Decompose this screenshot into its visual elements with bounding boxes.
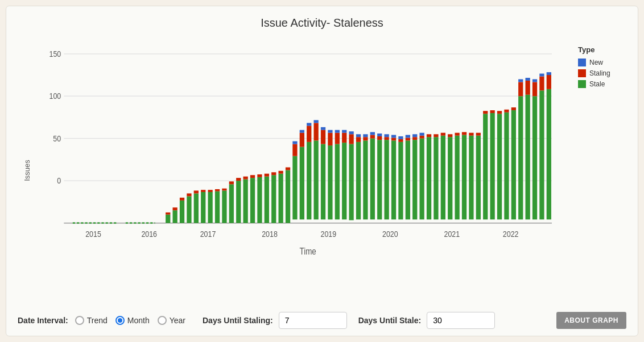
svg-text:Time: Time xyxy=(300,247,316,256)
svg-rect-109 xyxy=(441,136,445,220)
svg-rect-98 xyxy=(406,135,410,137)
svg-rect-49 xyxy=(292,144,297,156)
svg-rect-29 xyxy=(222,189,226,191)
svg-rect-52 xyxy=(300,133,304,147)
bars-2017 xyxy=(166,189,226,223)
svg-rect-102 xyxy=(420,139,424,220)
svg-rect-140 xyxy=(539,90,544,219)
svg-rect-67 xyxy=(335,133,340,144)
date-interval-label: Date Interval: xyxy=(18,316,68,325)
legend-item-new: New xyxy=(578,59,621,66)
svg-rect-54 xyxy=(307,142,311,219)
svg-text:2018: 2018 xyxy=(262,230,278,239)
radio-circle-trend[interactable] xyxy=(75,316,84,325)
radio-year[interactable]: Year xyxy=(158,316,185,325)
svg-rect-25 xyxy=(208,190,213,192)
svg-rect-79 xyxy=(363,137,368,140)
svg-rect-130 xyxy=(511,107,516,110)
svg-rect-73 xyxy=(349,134,354,144)
svg-rect-116 xyxy=(462,132,467,135)
svg-rect-132 xyxy=(518,82,523,96)
svg-rect-78 xyxy=(363,140,368,219)
svg-rect-123 xyxy=(490,113,495,219)
svg-rect-48 xyxy=(292,156,297,220)
legend-color-new xyxy=(578,59,586,66)
svg-rect-97 xyxy=(406,137,410,140)
svg-rect-134 xyxy=(526,95,530,220)
about-graph-button[interactable]: ABOUT GRAPH xyxy=(556,312,626,329)
svg-rect-145 xyxy=(547,72,551,75)
svg-rect-18 xyxy=(187,196,191,223)
svg-rect-68 xyxy=(335,130,340,133)
svg-rect-33 xyxy=(236,178,241,181)
svg-rect-107 xyxy=(434,137,438,219)
svg-rect-113 xyxy=(455,136,460,220)
days-until-staling-input[interactable] xyxy=(279,312,347,329)
bars-2019 xyxy=(292,120,353,220)
radio-trend-label: Trend xyxy=(87,316,108,325)
svg-rect-85 xyxy=(377,136,382,140)
svg-rect-61 xyxy=(321,130,325,144)
radio-circle-month[interactable] xyxy=(115,316,125,325)
svg-rect-27 xyxy=(215,189,220,191)
svg-rect-28 xyxy=(222,190,226,223)
svg-rect-72 xyxy=(349,144,354,220)
svg-rect-100 xyxy=(412,137,417,140)
svg-rect-12 xyxy=(166,215,170,223)
svg-rect-106 xyxy=(427,134,431,137)
svg-rect-65 xyxy=(328,130,332,133)
svg-rect-111 xyxy=(448,137,452,219)
svg-rect-32 xyxy=(236,181,241,223)
svg-rect-137 xyxy=(532,96,537,219)
svg-rect-119 xyxy=(476,136,481,220)
svg-rect-60 xyxy=(321,144,325,220)
bars-2022 xyxy=(483,72,551,219)
svg-rect-69 xyxy=(342,143,346,219)
svg-rect-56 xyxy=(307,123,311,126)
legend-label-new: New xyxy=(589,59,603,66)
radio-month[interactable]: Month xyxy=(115,316,150,325)
svg-rect-93 xyxy=(398,142,403,219)
chart-wrapper: 150 100 50 0 xyxy=(40,40,569,301)
svg-rect-58 xyxy=(314,123,319,140)
svg-rect-42 xyxy=(271,175,276,223)
days-until-stale-field: Days Until Stale: xyxy=(358,312,495,329)
svg-rect-31 xyxy=(229,181,234,184)
svg-rect-46 xyxy=(286,170,290,223)
svg-text:2016: 2016 xyxy=(141,230,157,239)
svg-rect-114 xyxy=(455,133,460,136)
svg-rect-108 xyxy=(434,134,438,137)
svg-rect-66 xyxy=(335,144,340,220)
svg-text:50: 50 xyxy=(53,134,61,143)
legend: Type New Staling Stale xyxy=(569,40,626,301)
svg-rect-26 xyxy=(215,191,220,223)
chart-title: Issue Activity- Staleness xyxy=(6,6,638,34)
svg-text:2022: 2022 xyxy=(503,230,519,239)
svg-rect-76 xyxy=(356,137,361,142)
svg-rect-75 xyxy=(356,142,361,219)
svg-rect-39 xyxy=(257,174,262,177)
svg-rect-57 xyxy=(314,140,319,219)
svg-text:100: 100 xyxy=(49,91,61,101)
svg-rect-142 xyxy=(539,74,544,77)
chart-and-legend: 150 100 50 0 xyxy=(40,40,626,301)
bars-2021 xyxy=(420,132,481,220)
svg-rect-24 xyxy=(208,192,213,223)
radio-trend[interactable]: Trend xyxy=(75,316,108,325)
days-until-stale-input[interactable] xyxy=(427,312,495,329)
svg-rect-36 xyxy=(250,178,255,223)
svg-rect-47 xyxy=(286,168,290,170)
svg-rect-20 xyxy=(194,193,199,223)
legend-item-staling: Staling xyxy=(578,69,621,77)
svg-rect-103 xyxy=(420,136,424,139)
svg-rect-71 xyxy=(342,130,346,133)
svg-rect-138 xyxy=(532,82,537,96)
svg-rect-120 xyxy=(476,133,481,136)
svg-rect-95 xyxy=(398,136,403,139)
svg-rect-62 xyxy=(321,127,325,130)
svg-rect-135 xyxy=(526,81,530,95)
svg-rect-94 xyxy=(398,139,403,142)
radio-circle-year[interactable] xyxy=(158,316,167,325)
svg-rect-121 xyxy=(483,114,488,219)
radio-year-label: Year xyxy=(170,316,185,325)
